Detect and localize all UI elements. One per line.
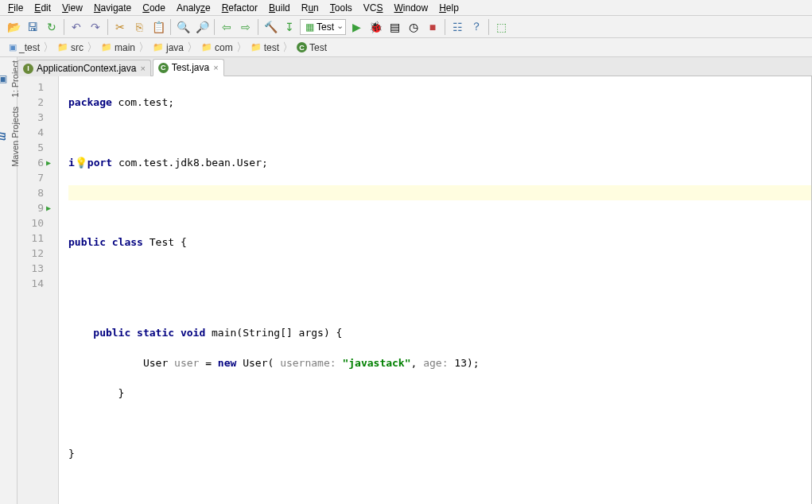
chevron-right-icon: 〉 bbox=[187, 41, 198, 55]
menu-tools[interactable]: Tools bbox=[325, 2, 357, 14]
coverage-icon[interactable]: ▤ bbox=[386, 18, 403, 36]
profile-icon[interactable]: ◷ bbox=[405, 18, 422, 36]
editor-tabbar: I ApplicationContext.java × C Test.java … bbox=[17, 57, 812, 76]
tab-test[interactable]: C Test.java × bbox=[153, 59, 224, 76]
debug-icon[interactable]: 🐞 bbox=[367, 18, 384, 36]
crumb-folder[interactable]: 📁com bbox=[199, 42, 235, 53]
interface-icon: I bbox=[23, 64, 33, 74]
left-sidebar: 1: Project ▣ Maven Projects m bbox=[0, 57, 17, 504]
menu-run[interactable]: Run bbox=[297, 2, 324, 14]
run-icon[interactable]: ▶ bbox=[348, 18, 365, 36]
sidebar-maven[interactable]: Maven Projects m bbox=[0, 107, 20, 167]
build-icon[interactable]: 🔨 bbox=[262, 18, 279, 36]
menu-navigate[interactable]: Navigate bbox=[89, 2, 136, 14]
toolbar-separator bbox=[214, 19, 215, 35]
gradle-sync-icon[interactable]: ⬚ bbox=[492, 18, 510, 36]
main-area: 1: Project ▣ Maven Projects m I Applicat… bbox=[0, 57, 812, 504]
menu-help[interactable]: Help bbox=[434, 2, 464, 14]
menu-window[interactable]: Window bbox=[389, 2, 433, 14]
menu-view[interactable]: View bbox=[57, 2, 87, 14]
toolbar-separator bbox=[258, 19, 258, 35]
redo-icon[interactable]: ↷ bbox=[87, 18, 104, 36]
run-gutter-icon[interactable]: ▶ bbox=[44, 200, 53, 215]
toolbar-separator bbox=[170, 19, 171, 35]
code-area: 1 2 3 4 5 6▶ 7 8 9▶ 10 11 12 13 14 packa… bbox=[17, 76, 812, 504]
menu-analyze[interactable]: Analyze bbox=[172, 2, 216, 14]
crumb-folder[interactable]: 📁main bbox=[99, 42, 138, 53]
close-icon[interactable]: × bbox=[140, 64, 145, 73]
tab-applicationcontext[interactable]: I ApplicationContext.java × bbox=[17, 60, 151, 76]
toggle-breakpoints-icon[interactable]: ↧ bbox=[281, 18, 298, 36]
menu-build[interactable]: Build bbox=[264, 2, 295, 14]
sidebar-project[interactable]: 1: Project ▣ bbox=[0, 60, 20, 97]
toolbar-separator bbox=[64, 19, 64, 35]
intention-bulb-icon[interactable]: 💡 bbox=[75, 157, 87, 169]
tab-label: Test.java bbox=[172, 62, 209, 73]
close-icon[interactable]: × bbox=[213, 63, 218, 72]
menubar: File Edit View Navigate Code Analyze Ref… bbox=[0, 0, 812, 16]
toolbar-separator bbox=[488, 19, 489, 35]
crumb-folder[interactable]: 📁src bbox=[55, 42, 86, 53]
chevron-right-icon: 〉 bbox=[87, 41, 98, 55]
gutter[interactable]: 1 2 3 4 5 6▶ 7 8 9▶ 10 11 12 13 14 bbox=[17, 76, 59, 504]
replace-icon[interactable]: 🔎 bbox=[193, 18, 211, 36]
save-all-icon[interactable]: 🖫 bbox=[24, 18, 41, 36]
crumb-class[interactable]: C Test bbox=[294, 42, 329, 53]
breadcrumb: ▣_test 〉 📁src 〉 📁main 〉 📁java 〉 📁com 〉 📁… bbox=[0, 38, 812, 57]
avd-icon[interactable]: ☷ bbox=[449, 18, 466, 36]
code-editor[interactable]: package com.test; i💡port com.test.jdk8.b… bbox=[59, 76, 811, 504]
project-icon: ▣ bbox=[0, 73, 9, 84]
back-icon[interactable]: ⇦ bbox=[218, 18, 235, 36]
forward-icon[interactable]: ⇨ bbox=[237, 18, 254, 36]
menu-file[interactable]: File bbox=[3, 2, 28, 14]
open-icon[interactable]: 📂 bbox=[5, 18, 22, 36]
run-gutter-icon[interactable]: ▶ bbox=[44, 155, 53, 170]
run-config-select[interactable]: ▦ Test bbox=[300, 19, 346, 35]
maven-icon: m bbox=[0, 133, 9, 142]
undo-icon[interactable]: ↶ bbox=[68, 18, 85, 36]
chevron-right-icon: 〉 bbox=[138, 41, 150, 55]
chevron-right-icon: 〉 bbox=[282, 41, 293, 55]
toolbar-separator bbox=[107, 19, 108, 35]
editor: I ApplicationContext.java × C Test.java … bbox=[17, 57, 812, 504]
toolbar-separator bbox=[445, 19, 445, 35]
stop-icon[interactable]: ■ bbox=[424, 18, 441, 36]
chevron-right-icon: 〉 bbox=[236, 41, 247, 55]
find-icon[interactable]: 🔍 bbox=[174, 18, 192, 36]
menu-refactor[interactable]: Refactor bbox=[217, 2, 262, 14]
help-icon[interactable]: ？ bbox=[468, 18, 485, 36]
tab-label: ApplicationContext.java bbox=[37, 63, 136, 74]
menu-edit[interactable]: Edit bbox=[29, 2, 56, 14]
menu-code[interactable]: Code bbox=[138, 2, 170, 14]
sync-icon[interactable]: ↻ bbox=[43, 18, 60, 36]
copy-icon[interactable]: ⎘ bbox=[130, 18, 148, 36]
class-icon: C bbox=[158, 63, 169, 73]
toolbar: 📂 🖫 ↻ ↶ ↷ ✂ ⎘ 📋 🔍 🔎 ⇦ ⇨ 🔨 ↧ ▦ Test ▶ 🐞 ▤… bbox=[0, 16, 812, 38]
crumb-project[interactable]: ▣_test bbox=[6, 42, 42, 53]
paste-icon[interactable]: 📋 bbox=[150, 18, 167, 36]
cut-icon[interactable]: ✂ bbox=[111, 18, 129, 36]
crumb-folder[interactable]: 📁test bbox=[248, 42, 282, 53]
crumb-folder[interactable]: 📁java bbox=[150, 42, 186, 53]
run-config-label: Test bbox=[317, 21, 334, 33]
menu-vcs[interactable]: VCS bbox=[359, 2, 388, 14]
chevron-right-icon: 〉 bbox=[43, 41, 54, 55]
